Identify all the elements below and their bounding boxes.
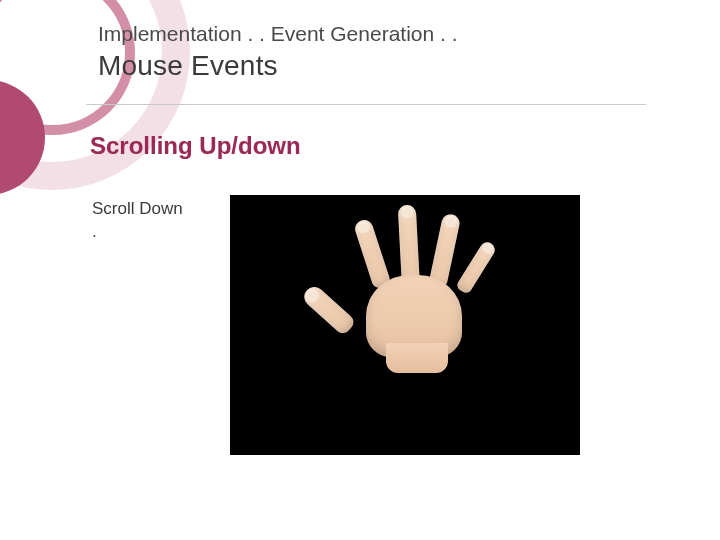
breadcrumb: Implementation . . Event Generation . . — [98, 22, 458, 46]
title-divider — [86, 104, 646, 105]
hand-open-icon — [320, 203, 505, 363]
gesture-video-frame — [230, 195, 580, 455]
page-title: Mouse Events — [98, 50, 278, 82]
gesture-caption: Scroll Down . — [92, 198, 183, 244]
caption-line-1: Scroll Down — [92, 199, 183, 218]
slide: Implementation . . Event Generation . . … — [0, 0, 720, 540]
caption-line-2: . — [92, 222, 97, 241]
section-heading: Scrolling Up/down — [90, 132, 301, 160]
